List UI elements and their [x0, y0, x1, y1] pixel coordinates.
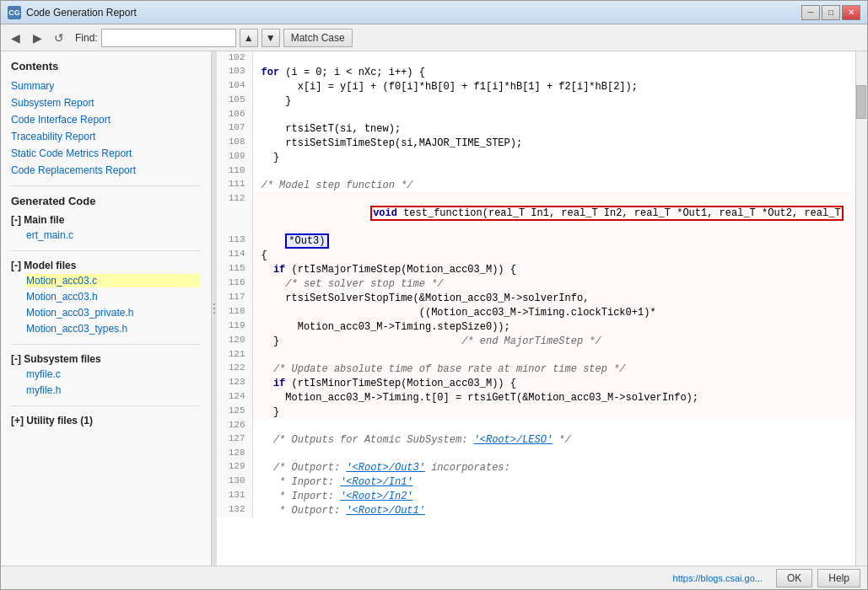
code-line: * Outport: '<Root>/Out1' — [252, 503, 855, 518]
line-number: 111 — [217, 178, 252, 192]
line-number: 128 — [217, 447, 252, 460]
help-button[interactable]: Help — [817, 569, 860, 587]
table-row: 130 * Inport: '<Root>/In1' — [217, 475, 855, 489]
code-line: for (i = 0; i < nXc; i++) { — [252, 65, 855, 79]
table-row: 102 — [217, 51, 855, 65]
code-line: if (rtIsMajorTimeStep(Motion_acc03_M)) { — [252, 262, 855, 276]
link-root-in2[interactable]: '<Root>/In2' — [340, 491, 412, 502]
comment: /* Model step function */ — [261, 180, 413, 191]
table-row: 110 — [217, 164, 855, 178]
table-row: 120 } /* end MajorTimeStep */ — [217, 334, 855, 348]
keyword: if — [273, 378, 285, 389]
table-row: 122 /* Update absolute time of base rate… — [217, 362, 855, 376]
maximize-button[interactable]: □ — [822, 5, 840, 20]
line-number: 127 — [217, 432, 252, 447]
code-scroll-content[interactable]: 102 103 for (i = 0; i < nXc; i++) { 104 … — [217, 51, 855, 566]
highlight-region: void test_function(real_T In1, real_T In… — [370, 206, 844, 221]
window-title: Code Generation Report — [26, 7, 801, 19]
find-prev-button[interactable]: ▲ — [240, 29, 258, 47]
ok-button[interactable]: OK — [776, 569, 812, 587]
bottom-bar: https://blogs.csai.go... OK Help — [1, 566, 867, 589]
line-number: 126 — [217, 419, 252, 432]
sidebar-file-motion-acc03-h[interactable]: Motion_acc03.h — [24, 290, 201, 303]
line-number: 125 — [217, 405, 252, 419]
comment: /* Outputs for Atomic SubSystem: '<Root>… — [261, 434, 571, 446]
line-number: 113 — [217, 233, 252, 248]
main-file-group[interactable]: [-] Main file — [11, 214, 201, 226]
line-number: 106 — [217, 108, 252, 121]
code-area: 102 103 for (i = 0; i < nXc; i++) { 104 … — [217, 51, 867, 566]
sidebar-file-myfile-c[interactable]: myfile.c — [24, 367, 201, 381]
code-line: /* set solver stop time */ — [252, 276, 855, 291]
code-line — [252, 447, 855, 460]
link-root-out3[interactable]: '<Root>/Out3' — [346, 462, 425, 474]
sidebar-item-summary[interactable]: Summary — [11, 79, 201, 93]
link-root-leso[interactable]: '<Root>/LESO' — [474, 434, 553, 446]
code-line: ((Motion_acc03_M->Timing.clockTick0+1)* — [252, 305, 855, 319]
table-row: 127 /* Outputs for Atomic SubSystem: '<R… — [217, 432, 855, 447]
line-number: 131 — [217, 489, 252, 503]
subsystem-files-group[interactable]: [-] Subsystem files — [11, 353, 201, 365]
code-line: * Inport: '<Root>/In2' — [252, 489, 855, 503]
code-line: /* Outputs for Atomic SubSystem: '<Root>… — [252, 432, 855, 447]
close-button[interactable]: ✕ — [842, 5, 860, 20]
table-row: 118 ((Motion_acc03_M->Timing.clockTick0+… — [217, 305, 855, 319]
line-number: 130 — [217, 475, 252, 489]
sidebar-item-code-interface[interactable]: Code Interface Report — [11, 113, 201, 126]
comment: * Inport: '<Root>/In2' — [261, 491, 413, 502]
link-root-in1[interactable]: '<Root>/In1' — [340, 476, 412, 488]
line-number: 104 — [217, 79, 252, 94]
code-scrollbar[interactable] — [855, 51, 867, 566]
keyword: void — [373, 207, 397, 219]
splitter-dot-2 — [213, 308, 215, 309]
table-row: 132 * Outport: '<Root>/Out1' — [217, 503, 855, 518]
keyword: for — [261, 67, 280, 78]
sidebar-file-motion-acc03-c[interactable]: Motion_acc03.c — [24, 274, 201, 287]
line-number: 116 — [217, 276, 252, 291]
code-line: } — [252, 405, 855, 419]
model-files-group[interactable]: [-] Model files — [11, 260, 201, 271]
code-line: } — [252, 150, 855, 164]
divider-3 — [11, 344, 201, 345]
code-line — [252, 51, 855, 65]
line-number: 129 — [217, 460, 252, 475]
refresh-button[interactable]: ↺ — [50, 29, 68, 47]
find-input[interactable] — [101, 29, 236, 47]
divider-2 — [11, 250, 201, 251]
sidebar: Contents Summary Subsystem Report Code I… — [1, 51, 212, 566]
forward-button[interactable]: ▶ — [28, 29, 46, 47]
divider-1 — [11, 185, 201, 186]
code-line: { — [252, 248, 855, 262]
line-number: 118 — [217, 305, 252, 319]
code-line: } /* end MajorTimeStep */ — [252, 334, 855, 348]
sidebar-file-motion-acc03-types-h[interactable]: Motion_acc03_types.h — [24, 322, 201, 335]
code-line: rtsiSetSolverStopTime(&Motion_acc03_M->s… — [252, 291, 855, 305]
sidebar-file-motion-acc03-private-h[interactable]: Motion_acc03_private.h — [24, 306, 201, 319]
minimize-button[interactable]: ─ — [801, 5, 820, 20]
utility-files-group[interactable]: [+] Utility files (1) — [11, 415, 201, 426]
table-row: 112 void test_function(real_T In1, real_… — [217, 192, 855, 233]
sidebar-file-myfile-h[interactable]: myfile.h — [24, 384, 201, 397]
scrollbar-thumb[interactable] — [856, 85, 866, 119]
app-icon: CG — [8, 6, 21, 19]
sidebar-item-static-metrics[interactable]: Static Code Metrics Report — [11, 147, 201, 160]
match-case-button[interactable]: Match Case — [283, 29, 353, 47]
sidebar-file-ert-main[interactable]: ert_main.c — [24, 228, 201, 242]
sidebar-inner: Contents Summary Subsystem Report Code I… — [1, 51, 211, 566]
link-root-out1[interactable]: '<Root>/Out1' — [346, 505, 425, 517]
code-line: *Out3) — [252, 233, 855, 248]
table-row: 114 { — [217, 248, 855, 262]
code-table: 102 103 for (i = 0; i < nXc; i++) { 104 … — [217, 51, 855, 518]
table-row: 111 /* Model step function */ — [217, 178, 855, 192]
sidebar-item-traceability[interactable]: Traceability Report — [11, 130, 201, 143]
find-next-button[interactable]: ▼ — [261, 29, 280, 47]
find-label: Find: — [75, 32, 98, 44]
sidebar-item-subsystem-report[interactable]: Subsystem Report — [11, 96, 201, 110]
sidebar-item-code-replacements[interactable]: Code Replacements Report — [11, 164, 201, 177]
table-row: 124 Motion_acc03_M->Timing.t[0] = rtsiGe… — [217, 390, 855, 405]
line-number: 123 — [217, 376, 252, 390]
table-row: 109 } — [217, 150, 855, 164]
line-number: 132 — [217, 503, 252, 518]
back-button[interactable]: ◀ — [6, 29, 24, 47]
toolbar: ◀ ▶ ↺ Find: ▲ ▼ Match Case — [1, 24, 867, 51]
